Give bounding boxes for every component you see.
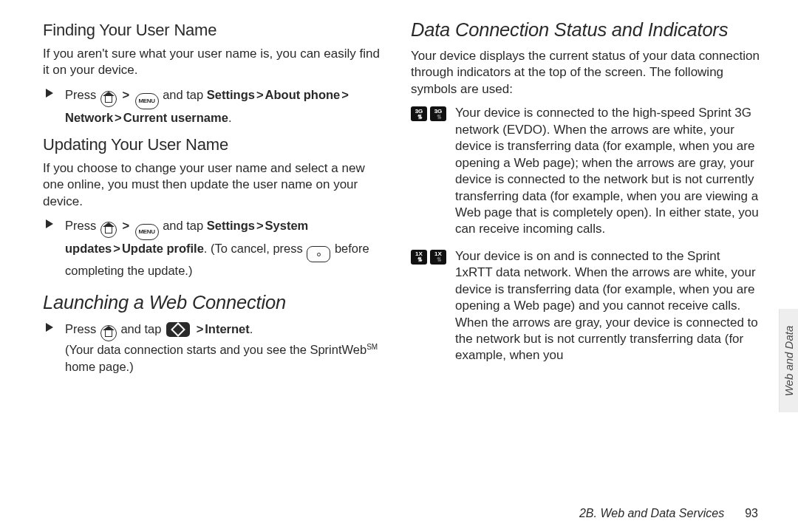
back-key-icon — [307, 246, 330, 262]
chevron-icon: > — [112, 242, 122, 255]
path-network: Network — [65, 111, 113, 124]
heading-data-connection: Data Connection Status and Indicators — [411, 19, 760, 41]
home-key-icon — [100, 222, 117, 238]
step-finding: Press > MENU and tap Settings>About phon… — [46, 86, 383, 126]
two-column-layout: Finding Your User Name If you aren't sur… — [43, 19, 760, 385]
text: (Your data connection starts and you see… — [65, 343, 366, 356]
page-footer: 2B. Web and Data Services 93 — [579, 507, 758, 520]
footer-section: 2B. Web and Data Services — [579, 507, 724, 520]
indicator-3g-row: 3G⇅ 3G⇅ Your device is connected to the … — [411, 105, 760, 238]
bullet-icon — [46, 321, 65, 376]
para-finding-username: If you aren't sure what your user name i… — [43, 46, 383, 79]
chevron-icon: > — [195, 322, 205, 335]
chevron-icon: > — [120, 88, 131, 101]
path-settings: Settings — [207, 88, 255, 101]
chevron-icon: > — [255, 88, 265, 101]
bullet-icon — [46, 86, 65, 126]
apps-key-icon — [166, 322, 190, 337]
path-update-profile: Update profile — [122, 242, 204, 255]
text: Press — [65, 322, 96, 335]
indicator-3g-icon: 3G⇅ — [430, 106, 446, 121]
indicator-1x-text: Your device is on and is connected to th… — [455, 248, 760, 364]
step-launch: Press and tap >Internet. (Your data conn… — [46, 321, 383, 376]
home-key-icon — [100, 325, 117, 341]
path-current-username: Current username — [123, 111, 228, 124]
text: . (To cancel, press — [204, 242, 303, 255]
page-number: 93 — [745, 507, 758, 520]
indicator-1x-icon: 1X⇅ — [430, 250, 446, 265]
step-finding-body: Press > MENU and tap Settings>About phon… — [65, 86, 383, 126]
text: and tap — [120, 322, 161, 335]
arrows-icon: ⇅ — [417, 115, 421, 120]
heading-launching-web: Launching a Web Connection — [43, 292, 383, 313]
home-key-icon — [100, 91, 117, 107]
text: Press — [65, 219, 96, 232]
chevron-icon: > — [340, 88, 350, 101]
text: home page.) — [65, 360, 134, 373]
service-mark: SM — [366, 342, 378, 350]
heading-finding-username: Finding Your User Name — [43, 21, 383, 40]
para-data-connection-intro: Your device displays the current status … — [411, 48, 760, 98]
indicator-3g-icon: 3G⇅ — [411, 106, 427, 121]
side-tab-label: Web and Data — [782, 325, 795, 396]
path-settings: Settings — [207, 219, 255, 232]
text: and tap — [163, 88, 203, 101]
indicator-3g-icons: 3G⇅ 3G⇅ — [411, 105, 449, 238]
indicator-3g-text: Your device is connected to the high-spe… — [455, 105, 760, 238]
arrows-icon: ⇅ — [437, 115, 440, 120]
step-updating-body: Press > MENU and tap Settings>System upd… — [65, 217, 383, 280]
step-launch-body: Press and tap >Internet. (Your data conn… — [65, 321, 383, 376]
left-column: Finding Your User Name If you aren't sur… — [43, 19, 383, 385]
text: Press — [65, 88, 96, 101]
menu-key-icon: MENU — [135, 224, 159, 240]
arrows-icon: ⇅ — [437, 257, 440, 263]
manual-page: Finding Your User Name If you aren't sur… — [0, 0, 798, 532]
chevron-icon: > — [120, 219, 131, 232]
right-column: Data Connection Status and Indicators Yo… — [411, 19, 760, 385]
chevron-icon: > — [113, 111, 123, 124]
para-updating-username: If you choose to change your user name a… — [43, 160, 383, 210]
menu-key-icon: MENU — [135, 93, 159, 109]
bullet-icon — [46, 217, 65, 280]
arrows-icon: ⇅ — [417, 257, 421, 263]
path-internet: Internet — [205, 322, 250, 335]
heading-updating-username: Updating Your User Name — [43, 135, 383, 154]
indicator-1x-icons: 1X⇅ 1X⇅ — [411, 248, 449, 364]
indicator-1x-icon: 1X⇅ — [411, 250, 427, 265]
path-about-phone: About phone — [265, 88, 341, 101]
step-updating: Press > MENU and tap Settings>System upd… — [46, 217, 383, 280]
indicator-1x-row: 1X⇅ 1X⇅ Your device is on and is connect… — [411, 248, 760, 364]
chevron-icon: > — [255, 219, 265, 232]
side-thumb-tab: Web and Data — [779, 309, 798, 412]
text: and tap — [163, 219, 203, 232]
